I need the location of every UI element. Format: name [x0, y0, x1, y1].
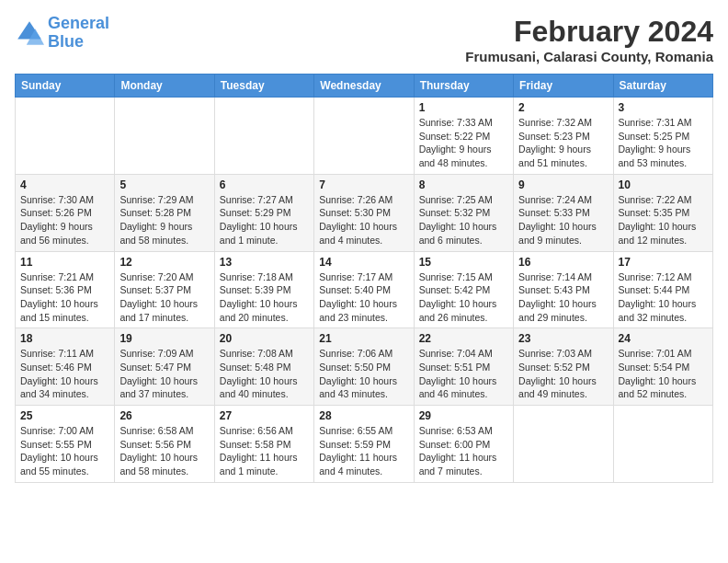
day-info: Sunrise: 7:29 AMSunset: 5:28 PMDaylight:…	[119, 193, 209, 247]
logo-icon	[15, 18, 44, 48]
day-info: Sunrise: 7:25 AMSunset: 5:32 PMDaylight:…	[419, 193, 508, 247]
calendar-cell	[214, 98, 313, 175]
calendar-cell: 10Sunrise: 7:22 AMSunset: 5:35 PMDayligh…	[613, 174, 712, 251]
calendar-cell: 7Sunrise: 7:26 AMSunset: 5:30 PMDaylight…	[314, 174, 414, 251]
day-info: Sunrise: 7:03 AMSunset: 5:52 PMDaylight:…	[518, 347, 608, 401]
day-info: Sunrise: 7:11 AMSunset: 5:46 PMDaylight:…	[20, 347, 109, 401]
day-number: 3	[619, 101, 708, 114]
calendar-cell: 3Sunrise: 7:31 AMSunset: 5:25 PMDaylight…	[613, 98, 712, 175]
calendar-cell: 16Sunrise: 7:14 AMSunset: 5:43 PMDayligh…	[514, 251, 613, 328]
day-number: 28	[319, 409, 408, 422]
calendar-cell: 13Sunrise: 7:18 AMSunset: 5:39 PMDayligh…	[214, 251, 313, 328]
calendar-cell: 22Sunrise: 7:04 AMSunset: 5:51 PMDayligh…	[414, 328, 513, 406]
calendar-cell: 24Sunrise: 7:01 AMSunset: 5:54 PMDayligh…	[613, 328, 712, 406]
day-info: Sunrise: 7:20 AMSunset: 5:37 PMDaylight:…	[119, 270, 209, 325]
day-info: Sunrise: 6:53 AMSunset: 6:00 PMDaylight:…	[419, 424, 508, 478]
day-info: Sunrise: 7:30 AMSunset: 5:26 PMDaylight:…	[20, 193, 109, 247]
day-info: Sunrise: 7:14 AMSunset: 5:43 PMDaylight:…	[518, 270, 608, 325]
calendar-week-4: 18Sunrise: 7:11 AMSunset: 5:46 PMDayligh…	[16, 328, 713, 406]
day-header-saturday: Saturday	[613, 75, 712, 98]
day-header-friday: Friday	[514, 75, 613, 98]
day-info: Sunrise: 6:55 AMSunset: 5:59 PMDaylight:…	[319, 424, 408, 478]
calendar-cell: 14Sunrise: 7:17 AMSunset: 5:40 PMDayligh…	[314, 251, 414, 328]
day-number: 26	[119, 409, 209, 422]
calendar-week-1: 1Sunrise: 7:33 AMSunset: 5:22 PMDaylight…	[16, 98, 713, 175]
subtitle: Frumusani, Calarasi County, Romania	[465, 49, 713, 64]
day-info: Sunrise: 7:22 AMSunset: 5:35 PMDaylight:…	[619, 193, 708, 247]
day-number: 24	[619, 332, 708, 345]
main-title: February 2024	[465, 15, 713, 49]
day-info: Sunrise: 7:12 AMSunset: 5:44 PMDaylight:…	[619, 270, 708, 325]
page-header: General Blue February 2024 Frumusani, Ca…	[15, 15, 713, 64]
day-number: 15	[419, 256, 508, 269]
day-info: Sunrise: 7:09 AMSunset: 5:47 PMDaylight:…	[119, 347, 209, 401]
calendar-cell: 12Sunrise: 7:20 AMSunset: 5:37 PMDayligh…	[115, 251, 214, 328]
day-info: Sunrise: 7:21 AMSunset: 5:36 PMDaylight:…	[20, 270, 109, 325]
calendar-cell: 11Sunrise: 7:21 AMSunset: 5:36 PMDayligh…	[16, 251, 115, 328]
calendar-cell: 21Sunrise: 7:06 AMSunset: 5:50 PMDayligh…	[314, 328, 414, 406]
calendar-cell	[115, 98, 214, 175]
day-number: 11	[20, 256, 109, 269]
day-info: Sunrise: 7:26 AMSunset: 5:30 PMDaylight:…	[319, 193, 408, 247]
day-info: Sunrise: 7:06 AMSunset: 5:50 PMDaylight:…	[319, 347, 408, 401]
day-info: Sunrise: 7:01 AMSunset: 5:54 PMDaylight:…	[619, 347, 708, 401]
day-info: Sunrise: 7:17 AMSunset: 5:40 PMDaylight:…	[319, 270, 408, 325]
day-number: 5	[119, 178, 209, 191]
calendar-cell: 19Sunrise: 7:09 AMSunset: 5:47 PMDayligh…	[115, 328, 214, 406]
calendar-cell	[514, 406, 613, 483]
day-header-wednesday: Wednesday	[314, 75, 414, 98]
calendar-cell	[613, 406, 712, 483]
day-number: 2	[518, 101, 608, 114]
day-number: 9	[518, 178, 608, 191]
day-header-sunday: Sunday	[16, 75, 115, 98]
calendar-cell: 28Sunrise: 6:55 AMSunset: 5:59 PMDayligh…	[314, 406, 414, 483]
calendar-cell	[314, 98, 414, 175]
day-info: Sunrise: 7:04 AMSunset: 5:51 PMDaylight:…	[419, 347, 508, 401]
calendar-cell: 20Sunrise: 7:08 AMSunset: 5:48 PMDayligh…	[214, 328, 313, 406]
day-number: 19	[119, 332, 209, 345]
day-number: 7	[319, 178, 408, 191]
calendar-cell: 29Sunrise: 6:53 AMSunset: 6:00 PMDayligh…	[414, 406, 513, 483]
day-number: 27	[220, 409, 309, 422]
day-info: Sunrise: 7:32 AMSunset: 5:23 PMDaylight:…	[518, 116, 608, 170]
day-number: 4	[20, 178, 109, 191]
day-info: Sunrise: 6:56 AMSunset: 5:58 PMDaylight:…	[220, 424, 309, 478]
calendar-week-3: 11Sunrise: 7:21 AMSunset: 5:36 PMDayligh…	[16, 251, 713, 328]
day-header-tuesday: Tuesday	[214, 75, 313, 98]
day-number: 22	[419, 332, 508, 345]
logo-line2: Blue	[48, 32, 84, 51]
day-number: 1	[419, 101, 508, 114]
day-info: Sunrise: 7:08 AMSunset: 5:48 PMDaylight:…	[220, 347, 309, 401]
day-header-monday: Monday	[115, 75, 214, 98]
calendar-cell: 25Sunrise: 7:00 AMSunset: 5:55 PMDayligh…	[16, 406, 115, 483]
calendar-header-row: SundayMondayTuesdayWednesdayThursdayFrid…	[16, 75, 713, 98]
logo-text: General Blue	[48, 15, 109, 52]
day-number: 14	[319, 256, 408, 269]
calendar-cell: 18Sunrise: 7:11 AMSunset: 5:46 PMDayligh…	[16, 328, 115, 406]
calendar-cell	[16, 98, 115, 175]
day-number: 25	[20, 409, 109, 422]
day-info: Sunrise: 7:31 AMSunset: 5:25 PMDaylight:…	[619, 116, 708, 170]
calendar-cell: 8Sunrise: 7:25 AMSunset: 5:32 PMDaylight…	[414, 174, 513, 251]
calendar-cell: 23Sunrise: 7:03 AMSunset: 5:52 PMDayligh…	[514, 328, 613, 406]
logo: General Blue	[15, 15, 109, 52]
calendar-cell: 26Sunrise: 6:58 AMSunset: 5:56 PMDayligh…	[115, 406, 214, 483]
day-info: Sunrise: 7:00 AMSunset: 5:55 PMDaylight:…	[20, 424, 109, 478]
day-number: 20	[220, 332, 309, 345]
calendar-cell: 1Sunrise: 7:33 AMSunset: 5:22 PMDaylight…	[414, 98, 513, 175]
day-number: 17	[619, 256, 708, 269]
day-info: Sunrise: 7:24 AMSunset: 5:33 PMDaylight:…	[518, 193, 608, 247]
day-number: 21	[319, 332, 408, 345]
calendar-week-2: 4Sunrise: 7:30 AMSunset: 5:26 PMDaylight…	[16, 174, 713, 251]
day-number: 8	[419, 178, 508, 191]
day-info: Sunrise: 7:15 AMSunset: 5:42 PMDaylight:…	[419, 270, 508, 325]
calendar-cell: 9Sunrise: 7:24 AMSunset: 5:33 PMDaylight…	[514, 174, 613, 251]
day-header-thursday: Thursday	[414, 75, 513, 98]
calendar-cell: 5Sunrise: 7:29 AMSunset: 5:28 PMDaylight…	[115, 174, 214, 251]
day-info: Sunrise: 7:18 AMSunset: 5:39 PMDaylight:…	[220, 270, 309, 325]
calendar-cell: 27Sunrise: 6:56 AMSunset: 5:58 PMDayligh…	[214, 406, 313, 483]
day-number: 12	[119, 256, 209, 269]
calendar-week-5: 25Sunrise: 7:00 AMSunset: 5:55 PMDayligh…	[16, 406, 713, 483]
day-info: Sunrise: 7:33 AMSunset: 5:22 PMDaylight:…	[419, 116, 508, 170]
calendar-cell: 15Sunrise: 7:15 AMSunset: 5:42 PMDayligh…	[414, 251, 513, 328]
